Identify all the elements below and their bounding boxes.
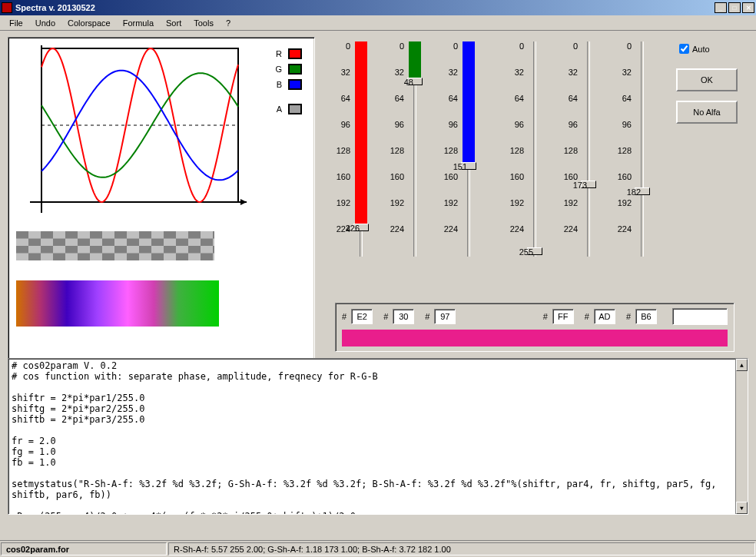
tick: 64	[622, 94, 632, 103]
tick: 96	[569, 120, 578, 129]
tick: 128	[618, 146, 632, 155]
slider-3: 0326496128160192224255	[499, 37, 553, 363]
tick: 64	[395, 94, 404, 103]
tick: 160	[337, 172, 350, 181]
legend-B: B	[271, 79, 303, 90]
svg-rect-11	[16, 231, 214, 260]
tick: 160	[510, 172, 524, 181]
tick: 224	[564, 224, 578, 234]
tick: 96	[515, 120, 524, 129]
tick: 96	[622, 120, 632, 129]
menu-tools[interactable]: Tools	[189, 17, 218, 29]
menu-file[interactable]: File	[5, 17, 28, 29]
scroll-up-icon[interactable]: ▲	[736, 359, 748, 371]
hex-combined[interactable]	[672, 308, 728, 325]
menu-?[interactable]: ?	[221, 17, 235, 29]
tick: 128	[337, 146, 350, 155]
menu-bar: FileUndoColorspaceFormulaSortTools?	[0, 15, 756, 31]
status-filename: cos02param.for	[1, 542, 167, 555]
slider-track[interactable]: 48	[407, 41, 430, 257]
menu-undo[interactable]: Undo	[31, 17, 60, 29]
slider-1: 032649612816019222448	[380, 37, 433, 363]
preview-panel: RGBA	[8, 37, 315, 363]
status-message: R-Sh-A-f: 5.57 255 2.00; G-Sh-A-f: 1.18 …	[168, 542, 755, 555]
ok-button[interactable]: OK	[676, 68, 738, 91]
tick: 192	[337, 198, 350, 207]
tick: 192	[618, 198, 632, 207]
svg-marker-2	[240, 199, 247, 205]
slider-value: 226	[346, 224, 360, 233]
tick: 128	[390, 146, 404, 155]
formula-text[interactable]: # cos02param V. 0.2 # cos function with:…	[12, 360, 744, 515]
tick: 32	[449, 68, 458, 77]
title-bar: Spectra v. 20130522 _ □ ✕	[0, 0, 756, 15]
legend-R: R	[271, 48, 303, 59]
close-button[interactable]: ✕	[742, 2, 754, 13]
menu-colorspace[interactable]: Colorspace	[63, 17, 115, 29]
tick: 32	[341, 68, 350, 77]
svg-rect-12	[16, 280, 219, 327]
tick: 224	[390, 224, 404, 234]
tick: 224	[618, 224, 632, 234]
tick: 160	[444, 172, 458, 181]
wave-plot	[16, 45, 251, 216]
tick: 64	[569, 94, 578, 103]
tick: 64	[449, 94, 458, 103]
tick: 0	[627, 41, 632, 51]
slider-track[interactable]: 173	[581, 41, 604, 257]
tick: 0	[346, 41, 350, 51]
slider-track[interactable]: 226	[353, 41, 376, 257]
tick: 224	[510, 224, 524, 234]
tick: 0	[453, 41, 458, 51]
menu-formula[interactable]: Formula	[118, 17, 158, 29]
maximize-button[interactable]: □	[728, 2, 741, 13]
tick: 160	[618, 172, 632, 181]
tick: 96	[341, 120, 350, 129]
tick: 64	[341, 94, 350, 103]
scroll-down-icon[interactable]: ▼	[736, 502, 748, 514]
tick: 128	[510, 146, 524, 155]
checker-preview	[16, 231, 214, 260]
app-icon	[2, 2, 12, 13]
legend-A: A	[271, 104, 303, 114]
no-alfa-button[interactable]: No Alfa	[676, 101, 738, 124]
slider-track[interactable]: 182	[635, 41, 658, 257]
gradient-preview	[16, 280, 219, 327]
tick: 32	[622, 68, 632, 77]
tick: 128	[444, 146, 458, 155]
slider-2: 0326496128160192224151	[433, 37, 487, 363]
legend-G: G	[271, 64, 303, 75]
tick: 192	[444, 198, 458, 207]
menu-sort[interactable]: Sort	[161, 17, 186, 29]
tick: 32	[395, 68, 404, 77]
tick: 128	[564, 146, 578, 155]
tick: 64	[515, 94, 524, 103]
status-bar: cos02param.for R-Sh-A-f: 5.57 255 2.00; …	[0, 540, 756, 557]
tick: 224	[444, 224, 458, 234]
tick: 0	[573, 41, 578, 51]
tick: 192	[510, 198, 524, 207]
scrollbar[interactable]: ▲ ▼	[735, 359, 748, 514]
minimize-button[interactable]: _	[715, 2, 727, 13]
tick: 96	[395, 120, 404, 129]
slider-value: 151	[453, 162, 467, 171]
tick: 192	[564, 198, 578, 207]
slider-5: 0326496128160192224182	[607, 37, 661, 363]
legend: RGBA	[265, 45, 303, 354]
slider-track[interactable]: 151	[461, 41, 484, 257]
auto-label: Auto	[692, 45, 710, 54]
tick: 160	[390, 172, 404, 181]
slider-value: 173	[573, 181, 587, 190]
tick: 0	[400, 41, 404, 51]
slider-value: 255	[519, 247, 533, 257]
tick: 0	[519, 41, 524, 51]
slider-4: 0326496128160192224173	[553, 37, 607, 363]
slider-track[interactable]: 255	[527, 41, 550, 257]
tick: 96	[449, 120, 458, 129]
tick: 32	[569, 68, 578, 77]
slider-0: 0326496128160192224226	[326, 37, 380, 363]
auto-checkbox[interactable]	[679, 44, 689, 54]
formula-editor[interactable]: # cos02param V. 0.2 # cos function with:…	[8, 358, 748, 515]
slider-value: 182	[627, 187, 641, 197]
tick: 32	[515, 68, 524, 77]
